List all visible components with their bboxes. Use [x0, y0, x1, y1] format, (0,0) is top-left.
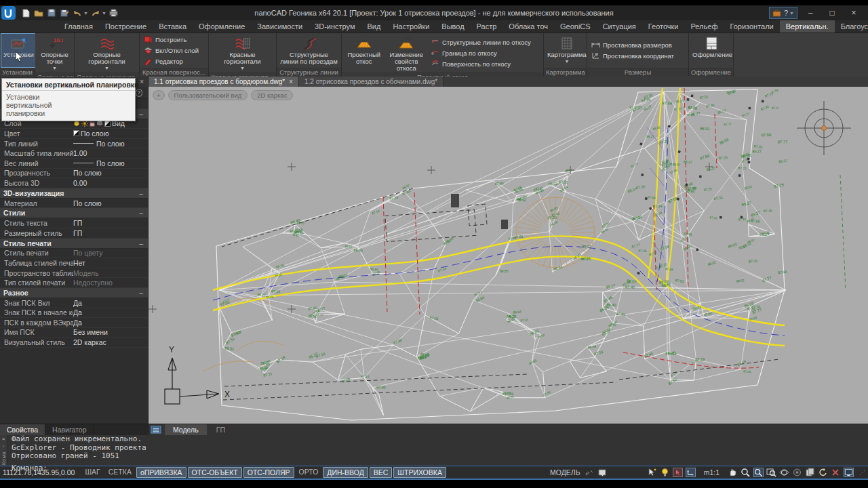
quick-select-icon[interactable]: ? [136, 89, 142, 97]
ribbon-button[interactable]: Простановка размеров [589, 40, 687, 50]
property-row[interactable]: Пространство таблицы с...Модель [0, 268, 148, 279]
open-file-button[interactable] [33, 7, 44, 18]
close-button[interactable]: × [845, 7, 863, 19]
property-value[interactable]: По слою [73, 199, 148, 207]
property-value[interactable]: ГП [73, 229, 148, 237]
viewport-chip[interactable]: Пользовательский вид [168, 90, 248, 100]
property-value[interactable]: По слою [73, 129, 148, 138]
ribbon-tab-Главная[interactable]: Главная [58, 20, 99, 33]
ribbon-button[interactable]: Проектный откос [343, 34, 385, 72]
redo-caret-icon[interactable]: ▼ [102, 11, 106, 16]
property-value[interactable]: По слою [73, 140, 148, 148]
toolbox-button[interactable]: ? ▼ [769, 7, 797, 19]
layout-tab-Модель[interactable]: Модель [165, 424, 207, 435]
undo-button[interactable] [72, 7, 83, 18]
property-row[interactable]: Тип линийПо слою [0, 139, 148, 149]
collapse-icon[interactable]: – [139, 110, 143, 118]
ribbon-button[interactable]: Структурные линии по откосу [428, 37, 542, 47]
ribbon-panel-label[interactable]: Проектный откос [342, 73, 543, 77]
ribbon-button[interactable]: Структурные линии по проездам [278, 34, 340, 67]
ribbon-button[interactable]: Вкл/Откл слой [141, 45, 207, 56]
ribbon-panel-label[interactable]: Оформление [689, 68, 733, 77]
sheet-list-icon[interactable] [149, 424, 163, 435]
property-value[interactable]: Без имени [73, 328, 148, 336]
property-row[interactable]: Вес линийПо слою [0, 159, 148, 169]
properties-section-header[interactable]: 3D-визуализация– [0, 188, 148, 199]
property-value[interactable]: По цвету [73, 249, 148, 257]
ribbon-tab-Вставка[interactable]: Вставка [153, 20, 193, 33]
viewcube-menu-button[interactable]: + [153, 90, 165, 100]
ribbon-tab-Рельеф[interactable]: Рельеф [685, 20, 724, 33]
ribbon-panel-label[interactable]: Картограмма [544, 68, 587, 77]
ribbon-tab-3D-инструм[interactable]: 3D-инструм [309, 20, 361, 33]
command-history[interactable]: Файл сохранен инкрементально.GcExplorer … [7, 435, 868, 466]
property-value[interactable]: По слою [73, 169, 148, 177]
ribbon-button[interactable]: 10.1Опорные точки ▼ [37, 34, 73, 72]
maximize-button[interactable]: □ [823, 7, 841, 19]
save-as-button[interactable] [59, 7, 70, 18]
ribbon-tab-Растр[interactable]: Растр [471, 20, 503, 33]
ribbon-button[interactable]: Оформление [690, 34, 734, 67]
ribbon-tab-Ситуация[interactable]: Ситуация [597, 20, 642, 33]
ribbon-button[interactable]: Редактор [141, 56, 207, 66]
property-value[interactable]: 2D каркас [73, 338, 148, 346]
property-value[interactable]: Модель [73, 269, 148, 277]
properties-section-header[interactable]: Стиль печати– [0, 239, 148, 249]
property-value[interactable]: Недоступно [73, 279, 148, 287]
property-row[interactable]: МатериалПо слою [0, 199, 148, 209]
property-value[interactable]: Нет [73, 259, 148, 267]
ribbon-button[interactable]: Поверхность по откосу [428, 59, 542, 69]
properties-section-header[interactable]: Разное– [0, 288, 148, 298]
ribbon-tab-GeoniCS[interactable]: GeoniCS [554, 20, 597, 33]
ribbon-button[interactable]: Граница по откосу [428, 48, 542, 58]
collapse-icon[interactable]: – [139, 239, 143, 247]
document-tab[interactable]: 1.2 отрисовка проездов с обочинами.dwg* [299, 77, 443, 87]
ribbon-panel-label[interactable]: Красная поверхнос... [140, 68, 208, 77]
redo-button[interactable] [90, 7, 101, 18]
ribbon-panel-label[interactable]: Структурные линии [277, 68, 341, 77]
ribbon-button[interactable]: Красные горизонтали ▼ [210, 34, 275, 72]
property-value[interactable]: 0.00 [73, 179, 148, 187]
property-row[interactable]: Знак ПСК в начале коор...Да [0, 308, 148, 319]
property-row[interactable]: Визуальный стиль2D каркас [0, 338, 148, 348]
ribbon-tab-Благоустрой[interactable]: Благоустрой [835, 20, 868, 33]
collapse-icon[interactable]: – [139, 189, 143, 197]
ribbon-tab-Вертикальн.[interactable]: Вертикальн. [780, 20, 835, 33]
collapse-icon[interactable]: – [139, 209, 143, 217]
property-value[interactable]: 1.00 [73, 149, 148, 157]
property-row[interactable]: Имя ПСКБез имени [0, 328, 148, 338]
property-row[interactable]: ПрозрачностьПо слою [0, 169, 148, 179]
ribbon-panel-label[interactable]: Размеры [587, 68, 688, 77]
ribbon-tab-Облака точ[interactable]: Облака точ [502, 20, 554, 33]
property-row[interactable]: Высота 3D0.00 [0, 178, 148, 188]
minimize-button[interactable]: – [802, 7, 819, 19]
ribbon-tab-Оформление[interactable]: Оформление [193, 20, 251, 33]
property-row[interactable]: Стиль печатиПо цвету [0, 249, 148, 259]
property-value[interactable]: Да [73, 319, 148, 327]
help-button[interactable]: ? [784, 9, 788, 17]
property-row[interactable]: ПСК в каждом ВЭкранеДа [0, 318, 148, 328]
property-row[interactable]: Знак ПСК ВклДа [0, 298, 148, 308]
property-row[interactable]: Таблица стилей печатиНет [0, 258, 148, 268]
collapse-icon[interactable]: – [139, 289, 143, 297]
drawing-canvas[interactable]: +Пользовательский вид2D каркас 87.4587.3… [149, 87, 868, 424]
ribbon-button[interactable]: Опорные горизонтали ▼ [76, 34, 138, 72]
undo-caret-icon[interactable]: ▼ [83, 11, 88, 16]
property-row[interactable]: Тип стилей печатиНедоступно [0, 278, 148, 288]
property-row[interactable]: Масштаб типа линий1.00 [0, 148, 148, 159]
panel-tab-Свойства[interactable]: Свойства [0, 424, 45, 435]
pin-command-icon[interactable]: ◦ [3, 444, 5, 449]
property-value[interactable]: ГП [73, 219, 148, 227]
property-value[interactable]: Да [73, 308, 148, 317]
new-file-button[interactable] [20, 7, 31, 18]
ribbon-tab-Геоточки[interactable]: Геоточки [642, 20, 685, 33]
document-tab[interactable]: 1.1 отрисовка проездов с бордюром.dwg*× [149, 77, 299, 87]
print-button[interactable] [108, 7, 119, 18]
ribbon-tab-Зависимости[interactable]: Зависимости [251, 20, 309, 33]
layout-tab-ГП[interactable]: ГП [208, 424, 233, 435]
ribbon-button[interactable]: Установки [1, 34, 36, 67]
ribbon-tab-Вид[interactable]: Вид [361, 20, 387, 33]
command-prompt[interactable]: Команда: [12, 464, 868, 473]
ribbon-tab-Горизонтали[interactable]: Горизонтали [724, 20, 779, 33]
ribbon-panel-label[interactable]: Красные горизонта... [209, 73, 276, 77]
